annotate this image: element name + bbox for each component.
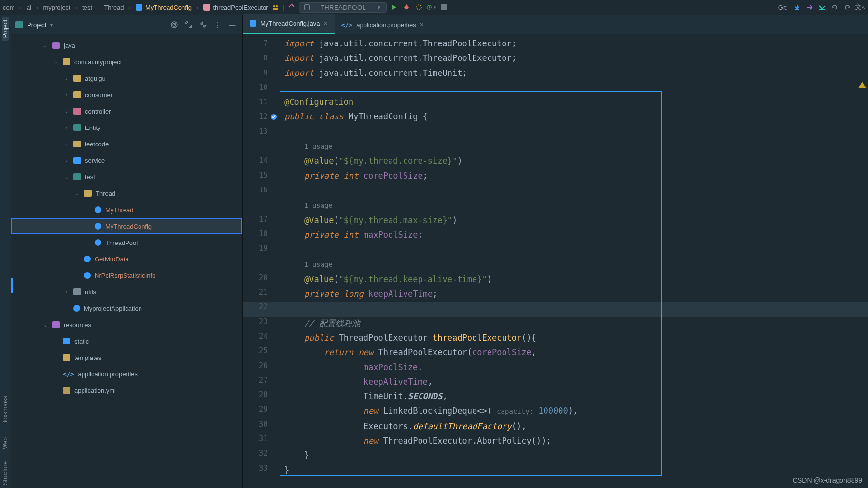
history-back-icon[interactable] bbox=[829, 2, 840, 13]
folder-icon bbox=[73, 75, 81, 82]
crumb-item[interactable]: com bbox=[3, 4, 15, 11]
svg-point-7 bbox=[417, 5, 421, 10]
folder-icon bbox=[63, 354, 70, 361]
tree-node[interactable]: ›atguigu bbox=[11, 70, 242, 86]
editor-tab-active[interactable]: MyThreadConfig.java × bbox=[243, 14, 335, 34]
folder-icon bbox=[63, 338, 70, 344]
tree-node[interactable]: ThreadPool bbox=[11, 234, 242, 251]
tree-node[interactable]: ›Entity bbox=[11, 119, 242, 136]
debug-button[interactable] bbox=[401, 2, 412, 13]
expand-icon[interactable]: › bbox=[64, 125, 70, 130]
profiler-button[interactable]: ▼ bbox=[426, 2, 437, 13]
tree-node[interactable]: ⌄Thread bbox=[11, 185, 242, 201]
crumb-class[interactable]: MyThreadConfig bbox=[145, 4, 192, 11]
run-config-selector[interactable]: THREADPOOL ▼ bbox=[299, 2, 387, 13]
tree-node[interactable]: application.yml bbox=[11, 382, 242, 399]
run-button[interactable] bbox=[389, 2, 399, 13]
crumb-item[interactable]: ai bbox=[27, 4, 31, 11]
tree-node[interactable]: ⌄com.ai.myproject bbox=[11, 54, 242, 70]
gutter[interactable]: 7891011121314151617181920212223242526272… bbox=[243, 34, 280, 488]
folder-icon bbox=[73, 173, 81, 180]
close-tab-icon[interactable]: × bbox=[420, 21, 424, 29]
more-icon[interactable]: ⋮ bbox=[212, 19, 223, 30]
git-pull-icon[interactable] bbox=[792, 2, 802, 13]
tree-node-label: application.properties bbox=[78, 371, 138, 378]
tree-node[interactable]: static bbox=[11, 333, 242, 349]
target-icon[interactable] bbox=[169, 19, 180, 30]
expand-icon[interactable]: › bbox=[64, 76, 70, 81]
build-icon[interactable] bbox=[286, 2, 297, 13]
tree-node[interactable]: ›service bbox=[11, 152, 242, 169]
tree-node-label: templates bbox=[74, 354, 101, 361]
folder-icon bbox=[95, 206, 101, 213]
tree-node[interactable]: ›leetcode bbox=[11, 136, 242, 152]
coverage-button[interactable] bbox=[414, 2, 424, 13]
expand-icon[interactable]: ⌄ bbox=[53, 59, 59, 65]
folder-icon bbox=[52, 42, 60, 49]
tree-node[interactable]: GetMroData bbox=[11, 251, 242, 267]
warning-icon[interactable] bbox=[858, 82, 866, 88]
crumb-item[interactable]: test bbox=[82, 4, 92, 11]
tree-node[interactable]: ›controller bbox=[11, 103, 242, 119]
folder-icon bbox=[95, 223, 101, 230]
square-icon bbox=[304, 4, 310, 10]
expand-icon[interactable]: ⌄ bbox=[64, 174, 70, 180]
tree-node[interactable]: NrPciRsrpStatisticInfo bbox=[11, 267, 242, 284]
tree-node-label: service bbox=[85, 157, 105, 164]
expand-icon[interactable]: › bbox=[64, 109, 70, 114]
tree-node[interactable]: ⌄test bbox=[11, 169, 242, 185]
tree-node[interactable]: templates bbox=[11, 349, 242, 366]
history-forward-icon[interactable] bbox=[842, 2, 853, 13]
crumb-item[interactable]: Thread bbox=[104, 4, 124, 11]
expand-icon[interactable]: ⌄ bbox=[74, 191, 80, 196]
expand-icon[interactable]: › bbox=[64, 158, 70, 163]
web-tool-tab[interactable]: Web bbox=[2, 434, 9, 452]
editor-tab[interactable]: </> application.properties × bbox=[335, 15, 431, 34]
java-file-icon bbox=[250, 20, 256, 27]
project-panel: Project ▾ ⋮ — ⌄java⌄com.ai.myproject›atg… bbox=[11, 15, 243, 488]
svg-point-1 bbox=[275, 5, 277, 7]
stop-button[interactable] bbox=[439, 2, 449, 13]
translate-icon[interactable]: 文A bbox=[854, 2, 865, 13]
tree-node[interactable]: MyThreadConfig bbox=[11, 218, 242, 234]
tree-node[interactable]: ›utils bbox=[11, 284, 242, 300]
bookmarks-tool-tab[interactable]: Bookmarks bbox=[2, 393, 9, 428]
collapse-icon[interactable] bbox=[198, 19, 209, 30]
tree-node-label: java bbox=[64, 42, 75, 49]
expand-icon[interactable]: › bbox=[64, 92, 70, 98]
project-tool-tab[interactable]: Project bbox=[2, 17, 9, 41]
tree-node[interactable]: MyprojectApplication bbox=[11, 300, 242, 316]
tree-node[interactable]: ⌄resources bbox=[11, 316, 242, 333]
tree-node-label: application.yml bbox=[74, 387, 116, 394]
chevron-down-icon[interactable]: ▾ bbox=[50, 22, 53, 28]
svg-point-0 bbox=[273, 5, 275, 7]
code-with-me-icon[interactable] bbox=[270, 2, 281, 13]
class-icon bbox=[136, 4, 142, 11]
tree-node[interactable]: MyThread bbox=[11, 201, 242, 218]
code-content[interactable]: import java.util.concurrent.ThreadPoolEx… bbox=[280, 34, 868, 488]
crumb-method[interactable]: threadPoolExecutor bbox=[213, 4, 268, 11]
tree-node[interactable]: ›consumer bbox=[11, 86, 242, 103]
gutter-bean-icon[interactable] bbox=[270, 113, 278, 121]
svg-rect-9 bbox=[441, 4, 447, 10]
structure-tool-tab[interactable]: Structure bbox=[2, 459, 9, 488]
expand-icon[interactable]: ⌄ bbox=[42, 322, 48, 328]
close-tab-icon[interactable]: × bbox=[324, 19, 328, 27]
properties-file-icon: </> bbox=[341, 21, 352, 29]
project-tree[interactable]: ⌄java⌄com.ai.myproject›atguigu›consumer›… bbox=[11, 34, 242, 488]
tree-node[interactable]: ⌄java bbox=[11, 37, 242, 54]
code-editor[interactable]: 7891011121314151617181920212223242526272… bbox=[243, 34, 868, 488]
expand-icon[interactable] bbox=[183, 19, 194, 30]
folder-icon bbox=[73, 305, 80, 312]
crumb-item[interactable]: myproject bbox=[43, 4, 70, 11]
git-push-icon[interactable] bbox=[804, 2, 815, 13]
folder-icon bbox=[63, 387, 70, 394]
expand-icon[interactable]: › bbox=[64, 142, 70, 147]
breadcrumb[interactable]: com› ai› myproject› test› Thread› MyThre… bbox=[3, 4, 268, 11]
minimize-icon[interactable]: — bbox=[227, 19, 238, 30]
folder-icon bbox=[73, 124, 81, 131]
git-commit-icon[interactable] bbox=[817, 2, 827, 13]
tree-node[interactable]: </>application.properties bbox=[11, 366, 242, 382]
expand-icon[interactable]: › bbox=[64, 289, 70, 295]
expand-icon[interactable]: ⌄ bbox=[42, 43, 48, 48]
